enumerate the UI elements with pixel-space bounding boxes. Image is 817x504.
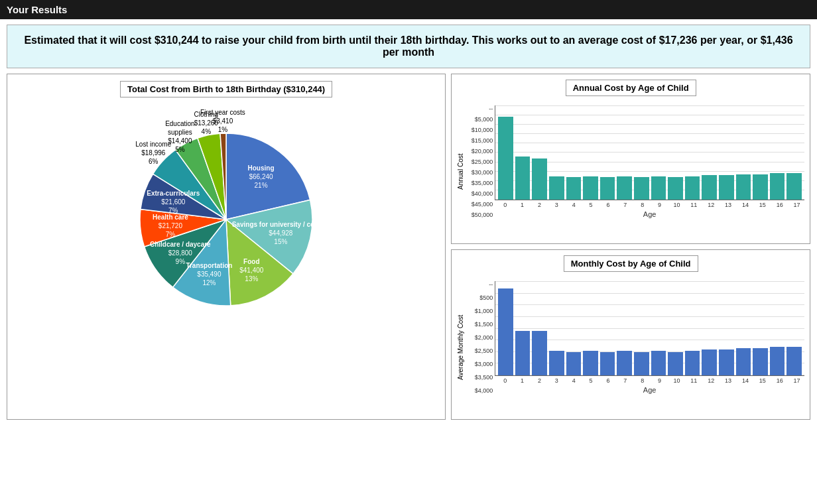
bar-age-10 bbox=[668, 177, 683, 200]
summary-box: Estimated that it will cost $310,244 to … bbox=[7, 25, 810, 68]
bar-age-9 bbox=[651, 176, 666, 200]
annual-cost-chart: Annual Cost by Age of Child Annual Cost … bbox=[451, 74, 810, 244]
monthly-cost-chart: Monthly Cost by Age of Child Average Mon… bbox=[451, 249, 810, 420]
x-label-age-2: 2 bbox=[532, 202, 547, 208]
x-label-age-4: 4 bbox=[566, 202, 582, 208]
monthly-y-ticks: $4,000$3,500$3,000$2,500$2,000$1,500$1,0… bbox=[467, 281, 495, 394]
x-label-age-2: 2 bbox=[532, 377, 547, 384]
x-label-age-9: 9 bbox=[652, 202, 667, 208]
x-label-age-13: 13 bbox=[721, 377, 736, 384]
svg-text:15%: 15% bbox=[274, 238, 287, 245]
x-label-age-16: 16 bbox=[772, 202, 787, 208]
bar-age-6 bbox=[600, 177, 615, 200]
bar-age-4 bbox=[566, 177, 582, 200]
svg-text:Housing: Housing bbox=[248, 164, 275, 172]
svg-text:$44,928: $44,928 bbox=[269, 229, 293, 237]
x-label-age-12: 12 bbox=[704, 377, 719, 384]
bar-age-13 bbox=[719, 175, 734, 200]
bar-age-3 bbox=[549, 176, 564, 200]
monthly-bars-row bbox=[498, 281, 802, 375]
annual-x-labels: 01234567891011121314151617 bbox=[495, 202, 804, 208]
x-label-age-6: 6 bbox=[601, 377, 616, 384]
charts-area: Total Cost from Birth to 18th Birthday (… bbox=[7, 74, 810, 420]
svg-text:$21,600: $21,600 bbox=[161, 198, 186, 206]
monthly-x-title: Age bbox=[495, 386, 804, 394]
x-label-age-7: 7 bbox=[617, 377, 633, 384]
svg-text:7%: 7% bbox=[166, 231, 176, 238]
bar-age-11 bbox=[685, 351, 700, 375]
bar-age-16 bbox=[770, 173, 785, 200]
svg-text:$21,720: $21,720 bbox=[158, 222, 183, 229]
svg-text:$66,240: $66,240 bbox=[249, 173, 274, 180]
x-label-age-8: 8 bbox=[635, 202, 650, 208]
x-label-age-3: 3 bbox=[549, 377, 564, 384]
annual-x-title: Age bbox=[495, 210, 804, 218]
x-label-age-9: 9 bbox=[652, 377, 667, 384]
x-label-age-17: 17 bbox=[789, 377, 804, 384]
x-label-age-11: 11 bbox=[686, 377, 702, 384]
bar-age-14 bbox=[736, 174, 751, 200]
x-label-age-10: 10 bbox=[669, 202, 684, 208]
bar-age-7 bbox=[617, 176, 632, 200]
bar-age-1 bbox=[515, 331, 531, 375]
bar-age-8 bbox=[634, 177, 649, 200]
pie-chart: Housing$66,24021%Savings for university … bbox=[113, 107, 339, 332]
x-label-age-1: 1 bbox=[515, 202, 530, 208]
x-label-age-12: 12 bbox=[704, 202, 719, 208]
x-label-age-0: 0 bbox=[497, 377, 513, 384]
bar-age-1 bbox=[515, 157, 531, 200]
right-panel: Annual Cost by Age of Child Annual Cost … bbox=[451, 74, 810, 420]
x-label-age-13: 13 bbox=[721, 202, 736, 208]
bar-age-2 bbox=[532, 158, 547, 200]
x-label-age-5: 5 bbox=[584, 202, 599, 208]
annual-chart-title: Annual Cost by Age of Child bbox=[566, 80, 696, 96]
svg-text:12%: 12% bbox=[203, 279, 216, 286]
annual-bars-row bbox=[498, 105, 802, 200]
bar-age-10 bbox=[668, 352, 683, 376]
bar-age-14 bbox=[736, 348, 751, 375]
x-label-age-8: 8 bbox=[635, 377, 650, 384]
svg-text:13%: 13% bbox=[245, 275, 258, 283]
svg-text:Extra-curriculars: Extra-curriculars bbox=[147, 190, 200, 197]
bar-age-11 bbox=[685, 176, 700, 200]
svg-text:21%: 21% bbox=[255, 182, 268, 189]
monthly-bar-inner: 01234567891011121314151617 Age bbox=[495, 281, 804, 394]
bar-age-6 bbox=[600, 352, 615, 376]
annual-y-label: Annual Cost bbox=[457, 105, 464, 238]
svg-text:9%: 9% bbox=[176, 258, 186, 265]
x-label-age-7: 7 bbox=[617, 202, 633, 208]
bar-age-4 bbox=[566, 352, 582, 376]
x-label-age-5: 5 bbox=[584, 377, 599, 384]
bar-age-0 bbox=[498, 288, 513, 375]
annual-bar-area bbox=[495, 105, 804, 200]
x-label-age-6: 6 bbox=[601, 202, 616, 208]
monthly-y-label: Average Monthly Cost bbox=[457, 281, 464, 414]
header-bar: Your Results bbox=[0, 0, 817, 19]
svg-text:7%: 7% bbox=[168, 207, 178, 214]
header-title: Your Results bbox=[7, 4, 67, 15]
summary-text: Estimated that it will cost $310,244 to … bbox=[24, 34, 792, 58]
bar-age-7 bbox=[617, 351, 632, 375]
monthly-chart-title: Monthly Cost by Age of Child bbox=[564, 255, 698, 272]
bar-age-5 bbox=[583, 351, 598, 375]
bar-age-9 bbox=[651, 351, 666, 375]
x-label-age-10: 10 bbox=[669, 377, 684, 384]
bar-age-15 bbox=[753, 174, 768, 200]
monthly-bar-wrap: Average Monthly Cost $4,000$3,500$3,000$… bbox=[457, 281, 804, 414]
svg-text:$35,490: $35,490 bbox=[197, 271, 221, 278]
svg-text:Savings for university / colle: Savings for university / college bbox=[232, 221, 330, 228]
x-label-age-1: 1 bbox=[515, 377, 530, 384]
x-label-age-11: 11 bbox=[686, 202, 702, 208]
svg-text:Transportation: Transportation bbox=[186, 262, 233, 269]
svg-text:$41,400: $41,400 bbox=[239, 267, 264, 274]
svg-text:Food: Food bbox=[243, 258, 259, 265]
bar-age-17 bbox=[786, 347, 802, 375]
bar-age-8 bbox=[634, 352, 649, 376]
bar-age-12 bbox=[702, 349, 717, 375]
monthly-bar-area bbox=[495, 281, 804, 376]
x-label-age-4: 4 bbox=[566, 377, 582, 384]
x-label-age-15: 15 bbox=[755, 377, 770, 384]
svg-text:$28,800: $28,800 bbox=[168, 249, 193, 257]
x-label-age-3: 3 bbox=[549, 202, 564, 208]
annual-y-ticks: $50,000$45,000$40,000$35,000$30,000$25,0… bbox=[467, 105, 495, 218]
